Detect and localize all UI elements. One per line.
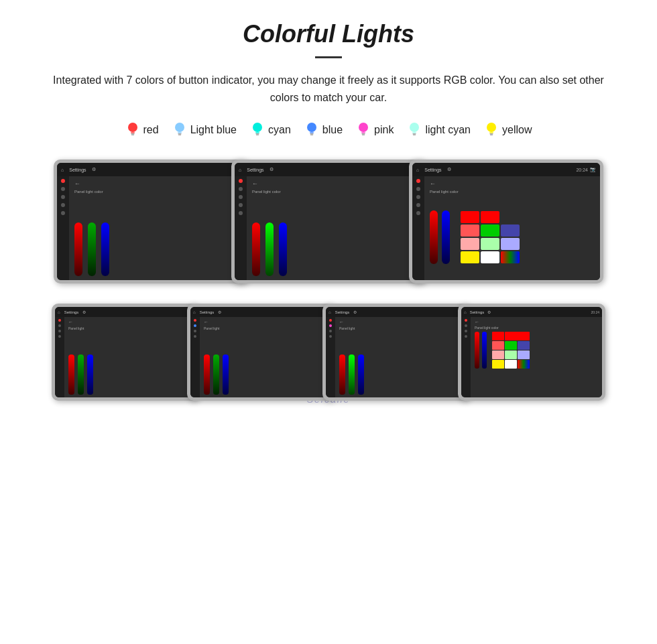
color-cell-rainbow[interactable] [501, 251, 520, 263]
svg-rect-26 [490, 133, 493, 135]
sidebar-dot-2 [61, 187, 65, 191]
blue-slider-7[interactable] [482, 332, 487, 369]
back-arrow-2[interactable]: ← [252, 180, 417, 187]
color-cell-lgreen[interactable] [481, 238, 499, 250]
red-slider-5[interactable] [204, 355, 210, 395]
sidebar-dot-17 [58, 324, 61, 327]
green-slider-5[interactable] [213, 355, 219, 395]
color-cell-rb2[interactable] [518, 360, 530, 369]
color-cell-red-wide[interactable] [481, 211, 499, 223]
color-cell-red2[interactable] [461, 224, 479, 237]
color-cell-pink2[interactable] [461, 238, 479, 250]
svg-rect-15 [310, 135, 313, 136]
color-list: red Light blue [40, 121, 617, 139]
page-description: Integrated with 7 colors of button indic… [40, 72, 617, 106]
gear-icon-5: ⚙ [218, 310, 221, 314]
svg-rect-9 [255, 132, 259, 133]
back-arrow-7[interactable]: ← [475, 320, 598, 324]
red-slider-3[interactable] [430, 210, 438, 264]
home-icon-4: ⌂ [58, 310, 60, 314]
top-device-row: ⌂ Settings ⚙ ← Panel light color [40, 159, 617, 283]
back-arrow-6[interactable]: ← [339, 320, 463, 324]
time-display-7: 20:24 [591, 310, 599, 314]
red-slider-6[interactable] [339, 355, 345, 395]
settings-title-2: Settings [247, 168, 263, 172]
color-cell-r2[interactable] [492, 341, 504, 350]
device-mockup-4: ⌂ Settings ⚙ ← Panel light [52, 304, 199, 401]
color-cell-blue2[interactable] [501, 224, 520, 237]
green-slider-2[interactable] [265, 222, 274, 276]
green-slider-1[interactable] [88, 222, 96, 276]
sidebar-dot-25 [329, 324, 332, 327]
gear-icon-2: ⚙ [270, 167, 274, 172]
color-cell-y2[interactable] [492, 360, 504, 369]
svg-point-0 [128, 123, 137, 132]
settings-title-6: Settings [335, 310, 350, 314]
color-cell-yellow[interactable] [461, 251, 479, 263]
svg-rect-14 [310, 133, 313, 135]
device-mockup-7: ⌂ Settings ⚙ 20:24 ← Panel l [458, 304, 605, 401]
sidebar-dot-8 [239, 195, 243, 199]
blue-slider-1[interactable] [101, 222, 109, 276]
color-cell-white[interactable] [481, 251, 499, 263]
color-item-blue: blue [304, 121, 343, 139]
red-slider-7[interactable] [475, 332, 479, 369]
svg-rect-6 [178, 133, 181, 135]
green-slider-6[interactable] [349, 355, 355, 395]
red-slider-4[interactable] [68, 355, 74, 395]
back-arrow-5[interactable]: ← [204, 320, 327, 324]
red-slider-1[interactable] [74, 222, 82, 276]
camera-icon: 📷 [590, 167, 596, 172]
color-label-lightcyan: light cyan [425, 124, 471, 136]
svg-rect-19 [362, 135, 365, 136]
svg-point-4 [175, 123, 184, 132]
green-slider-4[interactable] [78, 355, 84, 395]
svg-rect-2 [131, 133, 134, 135]
blue-slider-4[interactable] [87, 355, 93, 395]
panel-label-3: Panel light color [430, 190, 595, 194]
home-icon-6: ⌂ [328, 310, 331, 314]
color-cell-lblue[interactable] [501, 238, 520, 250]
svg-rect-5 [178, 132, 182, 133]
sidebar-dot-5 [61, 211, 65, 215]
bulb-lightblue-icon [172, 121, 187, 139]
svg-rect-10 [256, 133, 259, 135]
color-cell-g2[interactable] [505, 341, 517, 350]
page-container: Colorful Lights Integrated with 7 colors… [0, 0, 657, 432]
color-cell-b2[interactable] [518, 341, 530, 350]
color-label-lightblue: Light blue [190, 124, 237, 136]
back-arrow-1[interactable]: ← [74, 180, 239, 187]
sidebar-dot-31 [465, 335, 467, 338]
color-cell-r1[interactable] [492, 332, 504, 340]
home-icon-3: ⌂ [416, 168, 419, 172]
color-cell-green[interactable] [481, 224, 499, 237]
sidebar-dot-10 [239, 211, 243, 215]
sidebar-dot-9 [239, 203, 243, 207]
svg-rect-11 [256, 135, 259, 136]
panel-label-5: Panel light [204, 326, 327, 330]
panel-label-6: Panel light [339, 326, 463, 330]
color-cell-red[interactable] [461, 211, 479, 223]
svg-point-12 [307, 123, 316, 132]
blue-slider-5[interactable] [223, 355, 229, 395]
color-cell-lb2[interactable] [518, 350, 530, 359]
back-arrow-4[interactable]: ← [68, 320, 192, 324]
blue-slider-6[interactable] [358, 355, 364, 395]
gear-icon-6: ⚙ [353, 310, 357, 314]
color-cell-w2[interactable] [505, 360, 517, 369]
gear-icon-1: ⚙ [92, 167, 96, 172]
color-cell-p2[interactable] [492, 350, 504, 359]
device-mockup-3: ⌂ Settings ⚙ 20:24 📷 [409, 159, 603, 283]
blue-slider-2[interactable] [279, 222, 287, 276]
red-slider-2[interactable] [252, 222, 260, 276]
svg-rect-1 [131, 132, 135, 133]
color-item-pink: pink [356, 121, 394, 139]
back-arrow-3[interactable]: ← [430, 180, 595, 187]
gear-icon-4: ⚙ [82, 310, 86, 314]
sidebar-dot-30 [465, 330, 467, 332]
color-cell-r1b[interactable] [505, 332, 530, 340]
svg-point-20 [410, 123, 419, 132]
blue-slider-3[interactable] [442, 210, 450, 264]
sidebar-dot-21 [194, 324, 196, 327]
color-cell-lg2[interactable] [505, 350, 517, 359]
